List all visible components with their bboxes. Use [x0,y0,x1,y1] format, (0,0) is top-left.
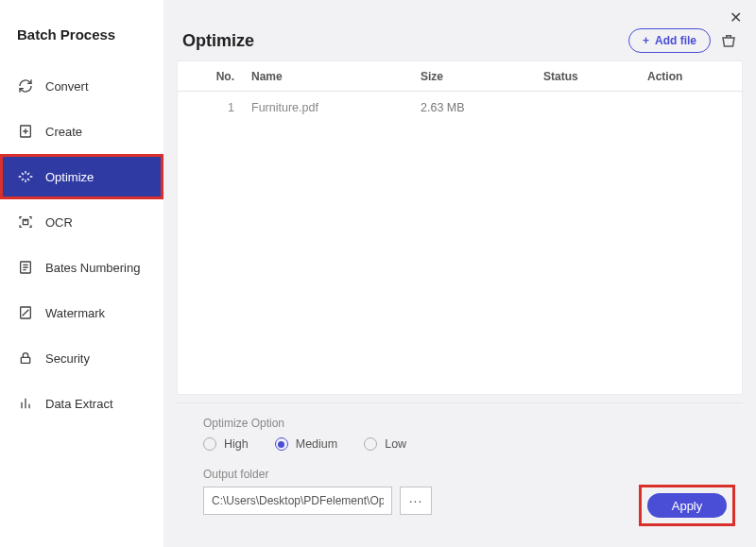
output-folder-input[interactable] [203,487,392,515]
sidebar-item-create[interactable]: Create [0,109,163,154]
sidebar: Batch Process Convert Create Optimize OC… [0,0,163,547]
table-body: 1 Furniture.pdf 2.63 MB [178,92,742,394]
sidebar-item-label: Watermark [45,306,105,320]
sidebar-item-bates-numbering[interactable]: Bates Numbering [0,245,163,290]
close-button[interactable]: ✕ [726,8,745,26]
data-extract-icon [17,395,34,412]
sidebar-item-label: Optimize [45,170,94,184]
tools-icon[interactable] [720,32,737,49]
sidebar-item-label: Security [45,351,90,366]
radio-icon [364,437,377,451]
watermark-icon [17,304,34,321]
header: Optimize + Add file [163,0,756,60]
bates-icon [17,259,34,276]
apply-highlight: Apply [639,485,735,526]
radio-medium[interactable]: Medium [275,437,337,451]
ellipsis-icon: ··· [409,493,423,508]
app-window: Batch Process Convert Create Optimize OC… [0,0,756,547]
radio-label: Medium [296,437,337,451]
file-table: No. Name Size Status Action 1 Furniture.… [177,60,743,395]
sidebar-item-data-extract[interactable]: Data Extract [0,381,163,426]
sidebar-item-label: Create [45,125,82,139]
radio-label: Low [385,437,406,451]
radio-label: High [224,437,249,451]
sidebar-item-label: Convert [45,79,89,94]
col-no: No. [206,70,244,83]
cell-no: 1 [206,101,244,114]
sidebar-item-watermark[interactable]: Watermark [0,290,163,335]
col-size: Size [421,70,543,83]
add-file-label: Add file [655,34,696,47]
cell-name: Furniture.pdf [244,101,421,114]
sidebar-item-label: Data Extract [45,397,113,411]
header-actions: + Add file [628,28,737,53]
optimize-option-label: Optimize Option [203,417,716,430]
table-row[interactable]: 1 Furniture.pdf 2.63 MB [178,92,742,124]
sidebar-title: Batch Process [0,19,163,63]
radio-high[interactable]: High [203,437,249,451]
optimize-icon [17,168,34,185]
refresh-icon [17,77,34,94]
new-doc-icon [17,123,34,140]
sidebar-item-label: Bates Numbering [45,261,140,275]
plus-icon: + [643,34,649,47]
radio-icon [275,437,288,451]
add-file-button[interactable]: + Add file [628,28,711,53]
radio-low[interactable]: Low [364,437,406,451]
apply-button[interactable]: Apply [647,493,727,518]
svg-rect-3 [21,357,29,363]
browse-button[interactable]: ··· [400,487,432,515]
output-folder-label: Output folder [203,468,716,481]
lock-icon [17,350,34,367]
main-panel: ✕ Optimize + Add file No. Name Size Stat… [163,0,756,547]
col-name: Name [244,70,421,83]
col-status: Status [543,70,647,83]
cell-size: 2.63 MB [421,101,543,114]
table-header: No. Name Size Status Action [178,61,742,92]
ocr-icon [17,214,34,231]
sidebar-item-ocr[interactable]: OCR [0,199,163,245]
sidebar-item-security[interactable]: Security [0,335,163,381]
radio-icon [203,437,216,451]
optimize-option-group: High Medium Low [203,437,716,451]
col-action: Action [647,70,713,83]
sidebar-item-label: OCR [45,215,73,230]
page-title: Optimize [182,31,254,51]
sidebar-item-optimize[interactable]: Optimize [0,154,163,199]
sidebar-item-convert[interactable]: Convert [0,63,163,109]
close-icon: ✕ [730,9,742,26]
